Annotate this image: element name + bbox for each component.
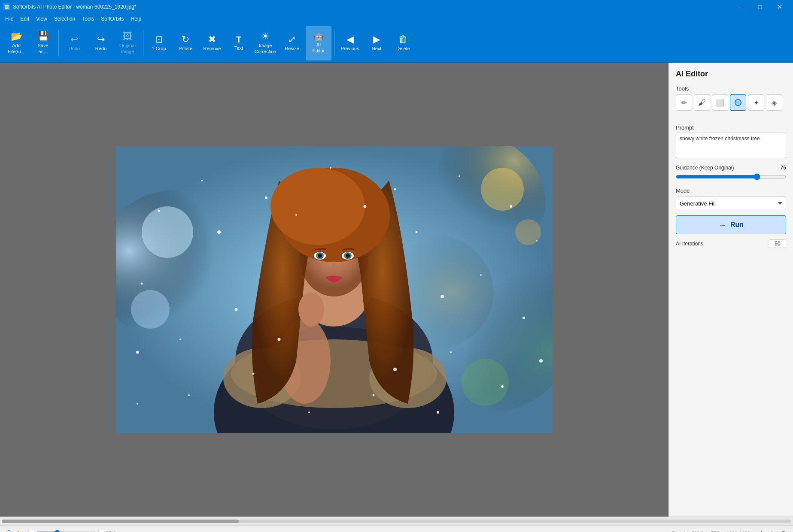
ai-editor-icon: 🤖 [314, 33, 323, 40]
svg-point-35 [141, 283, 143, 285]
svg-point-44 [450, 351, 452, 353]
menu-edit[interactable]: Edit [17, 15, 33, 23]
zoom-fit-icon[interactable]: 🔍 [5, 529, 14, 532]
svg-point-42 [188, 394, 190, 396]
guidance-label: Guidance (Keep Original) [676, 165, 734, 171]
previous-label: Previous [341, 46, 359, 51]
prompt-section: Prompt snowy white frozen christmass tre… [676, 124, 786, 160]
info-icon[interactable]: ℹ [757, 529, 766, 532]
actual-size-icon[interactable]: 📐 [16, 529, 25, 532]
tool-lasso[interactable] [730, 94, 746, 111]
zoom-level: 73% [106, 531, 121, 532]
status-bar-right: Time (s): 280.8 JPG 1920x1281 ℹ ✈ ⚙ [672, 529, 788, 532]
add-file-label: Add File(s)... [8, 43, 25, 54]
window-title: SoftOrbits AI Photo Editor - woman-60022… [13, 4, 137, 10]
prompt-input[interactable]: snowy white frozen christmass tree [676, 133, 786, 158]
svg-point-22 [318, 254, 322, 258]
guidance-slider[interactable] [676, 172, 786, 181]
toolbar-add-file[interactable]: 📂 Add File(s)... [3, 26, 29, 60]
svg-point-57 [539, 359, 543, 363]
crop-icon: ⊡ [155, 35, 163, 44]
toolbar-ai-editor[interactable]: 🤖 AI Editor [306, 26, 331, 60]
svg-point-52 [364, 205, 367, 208]
tool-rectangle[interactable]: ⬜ [712, 94, 728, 111]
tool-eraser[interactable]: ◈ [766, 94, 782, 111]
menu-bar: File Edit View Selection Tools SoftOrbit… [0, 14, 793, 24]
delete-label: Delete [396, 46, 410, 51]
svg-point-40 [480, 274, 482, 276]
svg-point-43 [252, 373, 255, 375]
mode-select[interactable]: Generative Fill Inpainting Outpainting [676, 196, 786, 210]
svg-point-53 [441, 295, 444, 298]
tool-pencil[interactable]: ✏ [676, 94, 692, 111]
toolbar-separator-3 [334, 30, 334, 56]
toolbar-undo[interactable]: ↩ Undo [61, 26, 87, 60]
menu-softorbits[interactable]: SoftOrbits [97, 15, 127, 23]
menu-help[interactable]: Help [128, 15, 145, 23]
toolbar-next[interactable]: ▶ Next [364, 26, 389, 60]
svg-point-38 [295, 214, 297, 216]
title-bar-left: 🖼 SoftOrbits AI Photo Editor - woman-600… [3, 3, 137, 10]
redo-icon: ↪ [97, 35, 105, 44]
prompt-label: Prompt [676, 124, 786, 131]
scroll-track[interactable] [2, 520, 791, 523]
mode-label: Mode [676, 187, 786, 194]
guidance-value: 75 [781, 165, 786, 171]
main-layout: AI Editor Tools ✏ 🖌 ⬜ ✦ ◈ Pro [0, 63, 793, 517]
menu-selection[interactable]: Selection [51, 15, 79, 23]
svg-point-28 [201, 180, 203, 181]
close-button[interactable]: ✕ [770, 0, 790, 14]
svg-point-36 [179, 339, 181, 340]
svg-point-32 [459, 175, 460, 177]
toolbar-original-image[interactable]: 🖼 Original Image [115, 26, 140, 60]
run-button[interactable]: → Run [676, 215, 786, 234]
guidance-row: Guidance (Keep Original) 75 [676, 165, 786, 171]
tools-section: Tools ✏ 🖌 ⬜ ✦ ◈ [676, 85, 786, 111]
toolbar-crop[interactable]: ⊡ 1 Crop [146, 26, 172, 60]
toolbar-rotate[interactable]: ↻ Rotate [173, 26, 198, 60]
rotate-icon: ↻ [182, 35, 189, 44]
toolbar-delete[interactable]: 🗑 Delete [390, 26, 416, 60]
resize-label: Resize [285, 46, 299, 51]
toolbar-previous[interactable]: ◀ Previous [337, 26, 363, 60]
zoom-slider[interactable] [36, 529, 97, 532]
tool-brush[interactable]: 🖌 [694, 94, 710, 111]
menu-file[interactable]: File [2, 15, 17, 23]
right-panel: AI Editor Tools ✏ 🖌 ⬜ ✦ ◈ Pro [668, 63, 793, 517]
svg-point-25 [346, 254, 350, 258]
svg-point-5 [142, 206, 193, 258]
zoom-in-button[interactable]: + [98, 529, 104, 532]
redo-label: Redo [95, 46, 106, 51]
menu-view[interactable]: View [33, 15, 51, 23]
text-icon: T [236, 35, 241, 44]
svg-point-54 [278, 338, 281, 341]
status-bar: 🔍 📐 − + 73% Time (s): 280.8 JPG 1920x128… [0, 525, 793, 532]
toolbar-redo[interactable]: ↪ Redo [88, 26, 114, 60]
menu-tools[interactable]: Tools [79, 15, 97, 23]
toolbar-remove[interactable]: ✖ Remove [199, 26, 225, 60]
zoom-out-button[interactable]: − [28, 529, 34, 532]
time-value: 280.8 [692, 531, 704, 532]
text-label: Text [234, 45, 243, 51]
toolbar-text[interactable]: T Text [226, 26, 252, 60]
canvas-area[interactable] [0, 63, 668, 517]
toolbar-image-correction[interactable]: ☀ Image Correction [252, 26, 278, 60]
status-icons-right: ℹ ✈ ⚙ [757, 529, 788, 532]
settings-icon[interactable]: ⚙ [779, 529, 788, 532]
minimize-button[interactable]: ─ [730, 0, 750, 14]
svg-point-51 [217, 230, 221, 234]
scroll-thumb[interactable] [2, 520, 239, 523]
toolbar-separator-1 [58, 30, 59, 56]
lasso-icon [734, 99, 742, 106]
run-arrow-icon: → [718, 220, 727, 230]
resize-icon: ⤢ [288, 35, 296, 44]
share-icon[interactable]: ✈ [768, 529, 777, 532]
tool-magic-wand[interactable]: ✦ [748, 94, 764, 111]
toolbar-save-as[interactable]: 💾 Save as... [30, 26, 56, 60]
app-icon: 🖼 [3, 3, 10, 10]
maximize-button[interactable]: □ [750, 0, 770, 14]
iterations-label: AI Iterations [676, 241, 703, 247]
tools-row: ✏ 🖌 ⬜ ✦ ◈ [676, 94, 786, 111]
toolbar-resize[interactable]: ⤢ Resize [279, 26, 305, 60]
iterations-value: 50 [769, 239, 786, 248]
